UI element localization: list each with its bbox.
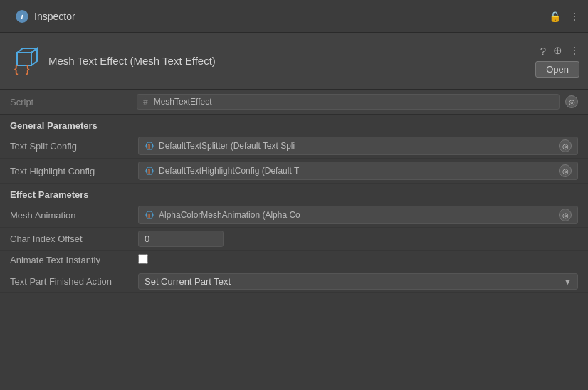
layers-icon[interactable]: ⊕ (553, 44, 562, 57)
svg-text:}: } (26, 63, 30, 75)
inspector-tab-label: Inspector (34, 11, 75, 22)
text-highlight-config-row: Text Highlight Config {} DefaultTextHigh… (0, 159, 588, 184)
script-label: Script (10, 97, 131, 107)
object-icon: {} (145, 141, 154, 151)
text-highlight-config-field[interactable]: {} DefaultTextHighlightConfig (Default T… (138, 162, 578, 180)
general-section-header: General Parameters (0, 115, 588, 134)
script-value-box: # MeshTextEffect (137, 94, 560, 110)
svg-marker-2 (31, 48, 37, 65)
text-highlight-config-text: DefaultTextHighlightConfig (Default T (159, 166, 555, 176)
text-split-config-field[interactable]: {} DefaultTextSplitter (Default Text Spl… (138, 137, 578, 155)
tab-actions: 🔒 ⋮ (549, 11, 579, 22)
char-index-offset-row: Char Index Offset (0, 228, 588, 251)
mesh-animation-label: Mesh Animation (10, 210, 138, 221)
tab-menu-icon[interactable]: ⋮ (569, 11, 579, 22)
inspector-tab: i Inspector 🔒 ⋮ (0, 0, 588, 33)
script-row: Script # MeshTextEffect ◎ (0, 90, 588, 115)
svg-text:{}: {} (147, 169, 151, 174)
mesh-animation-value: {} AlphaColorMeshAnimation (Alpha Co ◎ (138, 206, 578, 224)
text-highlight-config-value: {} DefaultTextHighlightConfig (Default T… (138, 162, 578, 180)
animate-text-instantly-value (138, 254, 578, 266)
component-menu-icon[interactable]: ⋮ (569, 45, 579, 56)
effect-section-header: Effect Parameters (0, 184, 588, 203)
header-top-icons: ? ⊕ ⋮ (540, 44, 579, 57)
mesh-animation-field[interactable]: {} AlphaColorMeshAnimation (Alpha Co ◎ (138, 206, 578, 224)
text-split-select-btn[interactable]: ◎ (559, 139, 572, 152)
lock-icon[interactable]: 🔒 (549, 11, 561, 22)
text-part-finished-action-label: Text Part Finished Action (10, 276, 138, 287)
object-icon2: {} (145, 166, 154, 176)
text-split-config-value: {} DefaultTextSplitter (Default Text Spl… (138, 137, 578, 155)
inspector-tab-inner: i Inspector (9, 6, 85, 27)
header-actions: ? ⊕ ⋮ Open (535, 44, 579, 78)
mesh-animation-row: Mesh Animation {} AlphaColorMeshAnimatio… (0, 203, 588, 228)
text-part-finished-action-row: Text Part Finished Action Set Current Pa… (0, 270, 588, 293)
animate-text-instantly-row: Animate Text Instantly (0, 251, 588, 270)
animate-text-instantly-checkbox[interactable] (138, 254, 148, 264)
char-index-offset-input[interactable] (138, 231, 224, 247)
svg-text:{: { (14, 63, 19, 75)
script-select-button[interactable]: ◎ (565, 95, 578, 108)
text-split-config-text: DefaultTextSplitter (Default Text Spli (159, 141, 555, 151)
object-icon3: {} (145, 210, 154, 220)
info-icon: i (16, 10, 28, 23)
char-index-offset-value (138, 231, 578, 247)
component-header: { } Mesh Text Effect (Mesh Text Effect) … (0, 33, 588, 90)
mesh-animation-select-btn[interactable]: ◎ (559, 209, 572, 221)
text-highlight-select-btn[interactable]: ◎ (559, 164, 572, 177)
inspector-content: Script # MeshTextEffect ◎ General Parame… (0, 90, 588, 293)
text-split-config-label: Text Split Config (10, 141, 138, 152)
help-icon[interactable]: ? (540, 45, 546, 57)
char-index-offset-label: Char Index Offset (10, 233, 138, 244)
text-split-config-row: Text Split Config {} DefaultTextSplitter… (0, 134, 588, 159)
script-value: MeshTextEffect (154, 97, 212, 107)
hash-icon: # (143, 97, 148, 107)
svg-text:{}: {} (147, 213, 151, 218)
component-title: Mesh Text Effect (Mesh Text Effect) (48, 55, 527, 67)
text-part-finished-action-dropdown[interactable]: Set Current Part Text ▼ (138, 273, 578, 290)
text-part-finished-action-value: Set Current Part Text ▼ (138, 273, 578, 290)
mesh-animation-text: AlphaColorMeshAnimation (Alpha Co (159, 210, 555, 220)
component-icon: { } (9, 46, 40, 77)
dropdown-text: Set Current Part Text (145, 276, 231, 287)
animate-text-instantly-label: Animate Text Instantly (10, 255, 138, 265)
script-row-inner: Script # MeshTextEffect ◎ (10, 94, 578, 110)
svg-text:{}: {} (147, 144, 151, 149)
open-button[interactable]: Open (535, 61, 579, 78)
text-highlight-config-label: Text Highlight Config (10, 166, 138, 176)
dropdown-arrow-icon: ▼ (564, 278, 572, 286)
